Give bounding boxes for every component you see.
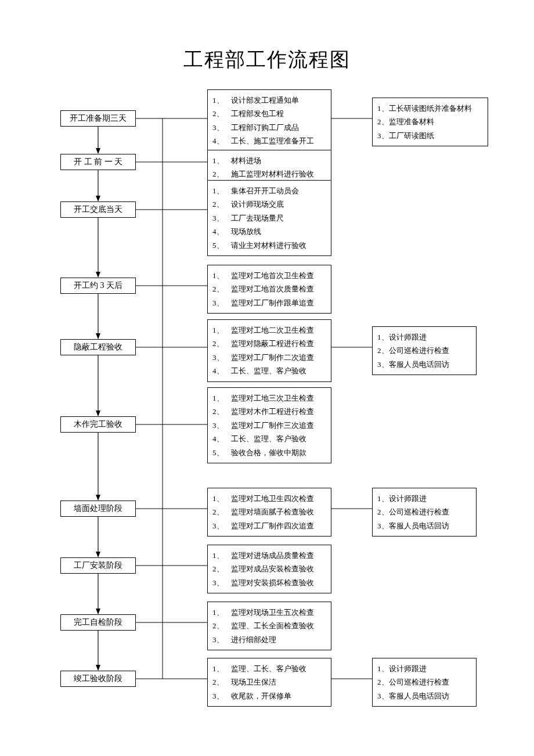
list-item: 4、工长、监理、客户验收 — [212, 432, 326, 445]
list-item: 1、监理对工地卫生四次检查 — [212, 492, 326, 505]
list-item: 1、集体召开开工动员会 — [212, 184, 326, 197]
detail-box-6: 1、监理对工地三次卫生检查2、监理对木作工程进行检查3、监理对工厂制作三次追查4… — [207, 387, 331, 463]
list-item: 1、设计师跟进 — [377, 492, 471, 505]
list-item: 2、监理对工地首次质量检查 — [212, 282, 326, 296]
detail-box-3: 1、集体召开开工动员会2、设计师现场交底3、工厂去现场量尺4、现场放线5、请业主… — [207, 180, 331, 256]
list-item: 2、监理对隐蔽工程进行检查 — [212, 337, 326, 350]
list-item: 1、监理对进场成品质量检查 — [212, 549, 326, 562]
stage-box-9: 完工自检阶段 — [60, 614, 136, 631]
stage-label: 开 工 前 一 天 — [74, 157, 122, 167]
stage-box-4: 开工约 3 天后 — [60, 278, 136, 294]
detail-box-8: 1、监理对进场成品质量检查2、监理对成品安装检查验收3、监理对安装损坏检查验收 — [207, 545, 331, 593]
list-item: 3、监理对工厂制作跟单追查 — [212, 296, 326, 309]
list-item: 4、工长、监理、客户验收 — [212, 364, 326, 377]
detail-box-1: 1、设计部发工程通知单2、工程部发包工程3、工程部订购工厂成品4、工长、施工监理… — [207, 89, 331, 152]
list-item: 2、监理对木作工程进行检查 — [212, 405, 326, 418]
list-item: 1、设计师跟进 — [377, 330, 471, 344]
detail-box-9: 1、监理对现场卫生五次检查2、监理、工长全面检查验收3、进行细部处理 — [207, 602, 331, 650]
list-item: 4、现场放线 — [212, 225, 326, 238]
list-item: 1、监理对工地三次卫生检查 — [212, 391, 326, 405]
list-item: 3、工程部订购工厂成品 — [212, 121, 326, 134]
stage-label: 墙面处理阶段 — [74, 503, 122, 514]
stage-label: 工厂安装阶段 — [74, 560, 122, 571]
list-item: 3、监理对工厂制作四次追查 — [212, 519, 326, 532]
stage-label: 隐蔽工程验收 — [74, 342, 122, 352]
list-item: 2、公司巡检进行检查 — [377, 505, 471, 519]
list-item: 2、现场卫生保洁 — [212, 675, 326, 689]
list-item: 2、施工监理对材料进行验收 — [212, 167, 326, 181]
stage-label: 竣工验收阶段 — [74, 674, 122, 684]
detail-box-4: 1、监理对工地首次卫生检查2、监理对工地首次质量检查3、监理对工厂制作跟单追查 — [207, 265, 331, 314]
list-item: 3、客服人员电话回访 — [377, 358, 471, 371]
detail-box-10: 1、监理、工长、客户验收2、现场卫生保洁3、收尾款，开保修单 — [207, 658, 331, 707]
stage-label: 开工准备期三天 — [70, 113, 127, 124]
list-item: 3、客服人员电话回访 — [377, 519, 471, 532]
list-item: 2、监理对成品安装检查验收 — [212, 562, 326, 575]
list-item: 1、监理对现场卫生五次检查 — [212, 606, 326, 619]
stage-box-1: 开工准备期三天 — [60, 110, 136, 127]
list-item: 2、设计师现场交底 — [212, 197, 326, 211]
stage-box-8: 工厂安装阶段 — [60, 557, 136, 574]
stage-label: 开工约 3 天后 — [74, 280, 122, 291]
list-item: 3、收尾款，开保修单 — [212, 689, 326, 703]
stage-box-3: 开工交底当天 — [60, 201, 136, 218]
list-item: 3、监理对安装损坏检查验收 — [212, 576, 326, 589]
list-item: 2、监理对墙面腻子检查验收 — [212, 505, 326, 519]
list-item: 5、请业主对材料进行验收 — [212, 239, 326, 252]
list-item: 1、工长研读图纸并准备材料 — [377, 102, 483, 115]
list-item: 5、验收合格，催收中期款 — [212, 446, 326, 459]
stage-box-2: 开 工 前 一 天 — [60, 154, 136, 170]
stage-box-7: 墙面处理阶段 — [60, 501, 136, 517]
list-item: 2、公司巡检进行检查 — [377, 675, 471, 689]
list-item: 3、进行细部处理 — [212, 633, 326, 646]
list-item: 2、监理准备材料 — [377, 115, 483, 128]
side-box-7: 1、设计师跟进2、公司巡检进行检查3、客服人员电话回访 — [372, 488, 477, 537]
page-title: 工程部工作流程图 — [0, 46, 534, 73]
stage-box-6: 木作完工验收 — [60, 416, 136, 433]
list-item: 2、工程部发包工程 — [212, 107, 326, 120]
side-box-10: 1、设计师跟进2、公司巡检进行检查3、客服人员电话回访 — [372, 658, 477, 707]
stage-box-10: 竣工验收阶段 — [60, 671, 136, 687]
detail-box-7: 1、监理对工地卫生四次检查2、监理对墙面腻子检查验收3、监理对工厂制作四次追查 — [207, 488, 331, 537]
stage-box-5: 隐蔽工程验收 — [60, 339, 136, 355]
list-item: 1、监理对工地二次卫生检查 — [212, 323, 326, 337]
list-item: 1、监理、工长、客户验收 — [212, 662, 326, 675]
side-box-5: 1、设计师跟进2、公司巡检进行检查3、客服人员电话回访 — [372, 326, 477, 375]
list-item: 1、材料进场 — [212, 154, 326, 167]
list-item: 1、监理对工地首次卫生检查 — [212, 269, 326, 282]
list-item: 2、监理、工长全面检查验收 — [212, 619, 326, 632]
side-box-1: 1、工长研读图纸并准备材料2、监理准备材料3、工厂研读图纸 — [372, 98, 488, 146]
list-item: 3、监理对工厂制作三次追查 — [212, 419, 326, 432]
list-item: 4、工长、施工监理准备开工 — [212, 134, 326, 147]
list-item: 3、工厂研读图纸 — [377, 129, 483, 142]
list-item: 1、设计师跟进 — [377, 662, 471, 675]
list-item: 3、工厂去现场量尺 — [212, 211, 326, 225]
stage-label: 完工自检阶段 — [74, 617, 122, 628]
list-item: 1、设计部发工程通知单 — [212, 93, 326, 107]
stage-label: 开工交底当天 — [74, 204, 122, 215]
list-item: 3、监理对工厂制作二次追查 — [212, 351, 326, 364]
stage-label: 木作完工验收 — [74, 419, 122, 430]
list-item: 3、客服人员电话回访 — [377, 689, 471, 703]
list-item: 2、公司巡检进行检查 — [377, 344, 471, 357]
detail-box-5: 1、监理对工地二次卫生检查2、监理对隐蔽工程进行检查3、监理对工厂制作二次追查4… — [207, 319, 331, 382]
